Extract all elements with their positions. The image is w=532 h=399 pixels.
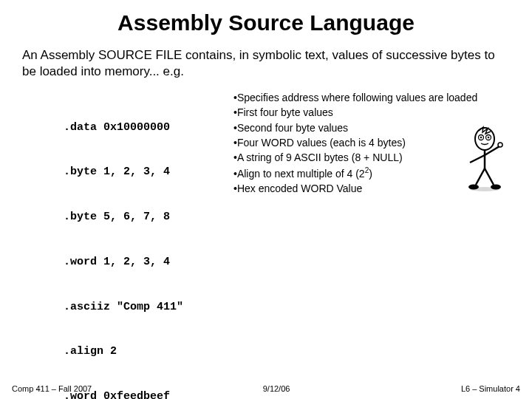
svg-line-9 bbox=[476, 168, 485, 185]
note-line: •Four WORD values (each is 4 bytes) bbox=[233, 135, 477, 150]
svg-line-10 bbox=[485, 168, 494, 185]
note-line: •A string of 9 ASCII bytes (8 + NULL) bbox=[233, 150, 477, 165]
source-code: .data 0x10000000 .byte 1, 2, 3, 4 .byte … bbox=[64, 90, 233, 399]
slide-footer: Comp 411 – Fall 2007 9/12/06 L6 – Simula… bbox=[0, 384, 532, 393]
code-line: .align 2 bbox=[64, 344, 233, 359]
note-line: •Hex encoded WORD Value bbox=[233, 181, 477, 196]
code-line: .data 0x10000000 bbox=[64, 120, 233, 135]
code-line: .byte 1, 2, 3, 4 bbox=[64, 165, 233, 180]
note-line: •First four byte values bbox=[233, 105, 477, 120]
code-and-notes: .data 0x10000000 .byte 1, 2, 3, 4 .byte … bbox=[64, 90, 510, 399]
note-line: •Second four byte values bbox=[233, 120, 477, 135]
mascot-icon bbox=[463, 126, 507, 192]
svg-line-6 bbox=[470, 155, 485, 163]
svg-point-13 bbox=[470, 187, 499, 191]
svg-point-8 bbox=[498, 143, 502, 147]
footer-center: 9/12/06 bbox=[263, 384, 290, 393]
footer-right: L6 – Simulator 4 bbox=[461, 384, 520, 393]
code-line: .word 1, 2, 3, 4 bbox=[64, 255, 233, 270]
svg-point-3 bbox=[480, 137, 482, 139]
footer-left: Comp 411 – Fall 2007 bbox=[12, 384, 92, 393]
note-line: •Specifies address where following value… bbox=[233, 90, 477, 105]
annotations: •Specifies address where following value… bbox=[233, 90, 477, 399]
code-line: .byte 5, 6, 7, 8 bbox=[64, 210, 233, 225]
svg-point-4 bbox=[488, 137, 490, 139]
code-line: .asciiz "Comp 411" bbox=[64, 300, 233, 315]
page-title: Assembly Source Language bbox=[22, 10, 510, 35]
note-line: •Align to next multiple of 4 (22) bbox=[233, 166, 477, 181]
intro-text: An Assembly SOURCE FILE contains, in sym… bbox=[22, 47, 510, 80]
